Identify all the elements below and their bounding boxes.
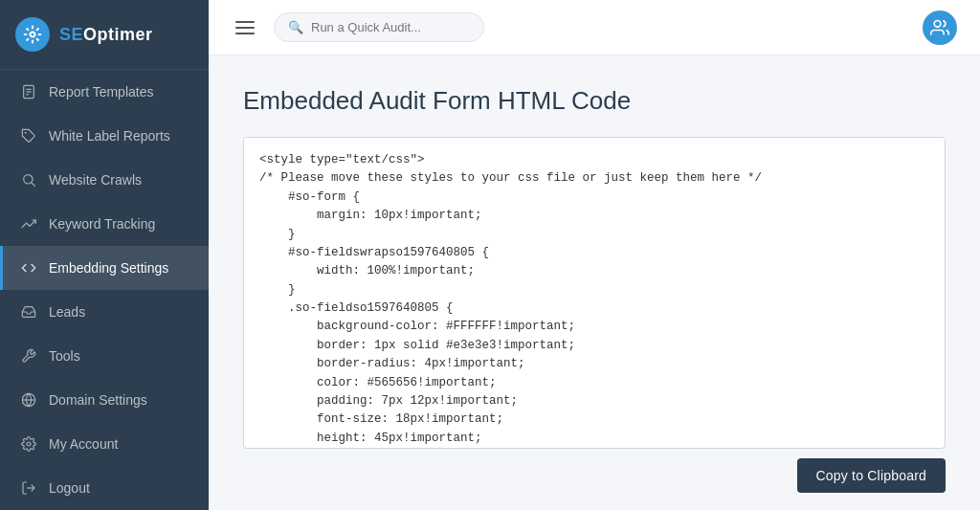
svg-point-5 (25, 132, 27, 134)
sidebar-item-tools[interactable]: Tools (0, 334, 209, 378)
sidebar-item-keyword-tracking[interactable]: Keyword Tracking (0, 202, 209, 246)
copy-to-clipboard-button[interactable]: Copy to Clipboard (797, 458, 946, 493)
copy-button-row: Copy to Clipboard (243, 449, 946, 497)
sidebar-item-white-label-reports[interactable]: White Label Reports (0, 114, 209, 158)
sidebar-item-website-crawls[interactable]: Website Crawls (0, 158, 209, 202)
logo-text: SEOptimer (59, 25, 153, 45)
sidebar-item-report-templates[interactable]: Report Templates (0, 70, 209, 114)
inbox-icon (20, 303, 37, 321)
tool-icon (20, 347, 37, 365)
search-icon: 🔍 (288, 20, 303, 34)
header: 🔍 (209, 0, 980, 55)
sidebar-item-label: Report Templates (49, 84, 153, 100)
user-avatar[interactable] (923, 11, 957, 45)
tag-icon (20, 127, 37, 144)
trending-up-icon (20, 215, 37, 233)
sidebar-item-label: Embedding Settings (49, 260, 168, 276)
code-icon (20, 259, 37, 277)
settings-icon (20, 435, 37, 453)
sidebar-item-my-account[interactable]: My Account (0, 422, 209, 466)
sidebar-item-embedding-settings[interactable]: Embedding Settings (0, 246, 209, 290)
sidebar-item-leads[interactable]: Leads (0, 290, 209, 334)
code-textarea[interactable] (244, 138, 945, 444)
sidebar-item-label: Website Crawls (49, 172, 142, 188)
search-icon (20, 171, 37, 188)
file-text-icon (20, 83, 37, 100)
globe-icon (20, 391, 37, 409)
main-content: 🔍 Embedded Audit Form HTML Code Copy to … (209, 0, 980, 510)
sidebar-item-logout[interactable]: Logout (0, 466, 209, 510)
svg-point-12 (934, 20, 941, 27)
header-left: 🔍 (232, 12, 484, 42)
sidebar-item-label: Domain Settings (49, 392, 147, 408)
page-title: Embedded Audit Form HTML Code (243, 86, 946, 116)
sidebar: SEOptimer Report Templates White Label R… (0, 0, 209, 510)
content-area: Embedded Audit Form HTML Code Copy to Cl… (209, 55, 980, 510)
sidebar-logo: SEOptimer (0, 0, 209, 70)
sidebar-item-label: Tools (49, 348, 80, 364)
svg-line-7 (32, 183, 35, 187)
search-input[interactable] (311, 20, 470, 34)
svg-point-0 (31, 33, 35, 37)
logout-icon (20, 479, 37, 497)
code-box (243, 137, 946, 449)
logo-icon (15, 17, 50, 52)
hamburger-button[interactable] (232, 17, 258, 38)
sidebar-item-label: Leads (49, 304, 85, 320)
sidebar-item-label: Keyword Tracking (49, 216, 155, 232)
sidebar-item-domain-settings[interactable]: Domain Settings (0, 378, 209, 422)
svg-point-6 (24, 175, 33, 184)
sidebar-item-label: White Label Reports (49, 128, 170, 144)
svg-point-10 (27, 442, 31, 446)
sidebar-item-label: Logout (49, 480, 90, 496)
search-bar[interactable]: 🔍 (274, 12, 484, 42)
sidebar-item-label: My Account (49, 436, 118, 452)
